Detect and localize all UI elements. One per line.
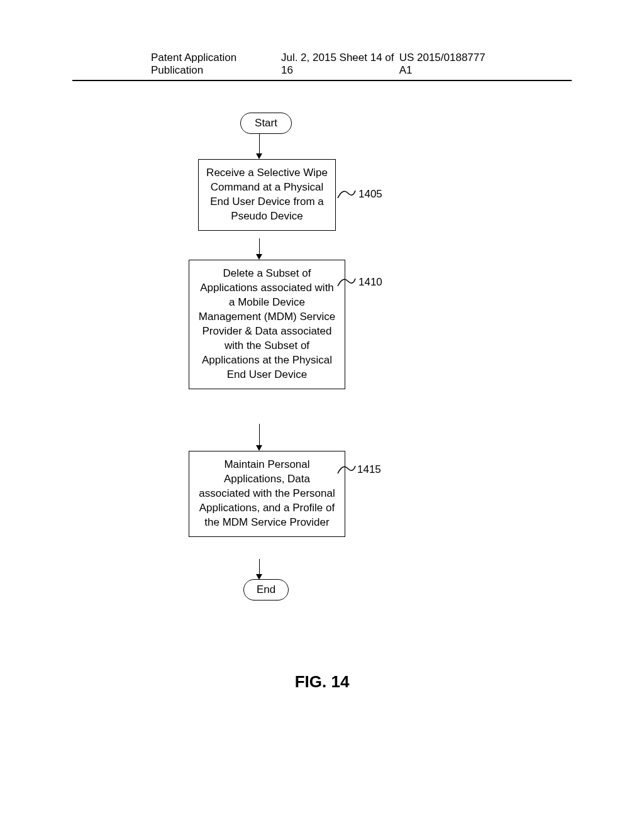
reference-label-1410: 1410 <box>358 276 382 289</box>
header-patent-number: US 2015/0188777 A1 <box>399 52 493 77</box>
arrowhead-icon <box>256 254 262 260</box>
flowchart-arrow <box>259 424 260 445</box>
flowchart-arrow <box>259 238 260 254</box>
callout-curve-icon <box>336 187 357 201</box>
flowchart-process-1405: Receive a Selective Wipe Command at a Ph… <box>198 159 336 231</box>
arrowhead-icon <box>256 153 262 159</box>
flowchart-diagram: Start Receive a Selective Wipe Command a… <box>0 113 644 603</box>
page-header: Patent Application Publication Jul. 2, 2… <box>72 0 572 81</box>
flowchart-arrow <box>259 559 260 574</box>
callout-curve-icon <box>336 462 357 476</box>
flowchart-process-1410: Delete a Subset of Applications associat… <box>189 260 345 389</box>
reference-label-1415: 1415 <box>357 463 381 476</box>
arrowhead-icon <box>256 445 262 451</box>
figure-caption: FIG. 14 <box>0 672 644 692</box>
reference-label-1405: 1405 <box>358 188 382 201</box>
header-date-sheet: Jul. 2, 2015 Sheet 14 of 16 <box>281 52 399 77</box>
header-publication-type: Patent Application Publication <box>151 52 281 77</box>
flowchart-start-terminal: Start <box>240 113 292 134</box>
callout-curve-icon <box>336 275 357 289</box>
flowchart-arrow <box>259 133 260 153</box>
flowchart-process-1415: Maintain Personal Applications, Data ass… <box>189 451 345 537</box>
flowchart-end-terminal: End <box>243 579 289 600</box>
